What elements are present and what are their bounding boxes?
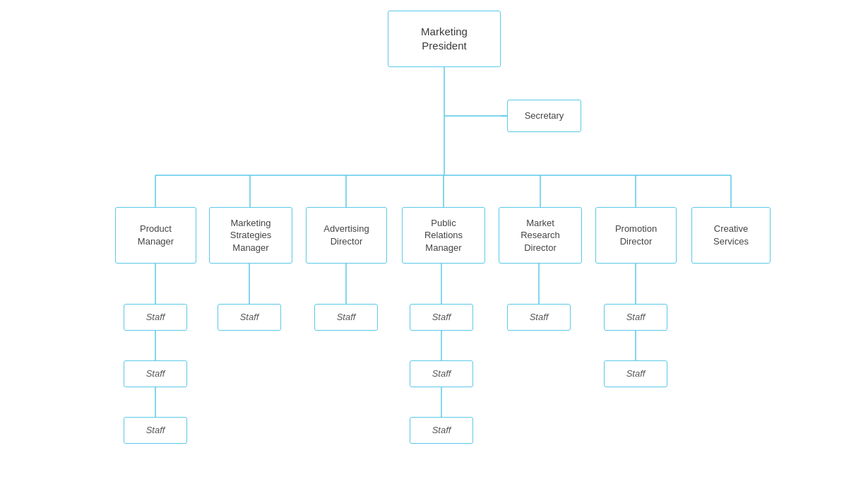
node-pr-staff1: Staff: [410, 304, 473, 331]
node-pd-staff2: Staff: [604, 360, 667, 387]
label-promotion-director: Promotion Director: [615, 223, 657, 247]
org-chart: Marketing President Secretary Product Ma…: [0, 0, 868, 489]
node-pm-staff2: Staff: [124, 360, 187, 387]
node-creative-services: Creative Services: [691, 207, 771, 264]
node-marketing-president: Marketing President: [388, 11, 501, 67]
label-pm-staff1: Staff: [146, 311, 165, 324]
label-pm-staff2: Staff: [146, 367, 165, 380]
node-product-manager: Product Manager: [115, 207, 196, 264]
node-pm-staff1: Staff: [124, 304, 187, 331]
label-pm-staff3: Staff: [146, 424, 165, 437]
node-pr-staff3: Staff: [410, 417, 473, 444]
node-marketing-strategies: Marketing Strategies Manager: [209, 207, 292, 264]
label-marketing-strategies: Marketing Strategies Manager: [230, 217, 272, 254]
label-pr-staff1: Staff: [432, 311, 451, 324]
label-ms-staff1: Staff: [240, 311, 259, 324]
label-pr-staff3: Staff: [432, 424, 451, 437]
node-pd-staff1: Staff: [604, 304, 667, 331]
label-mr-staff1: Staff: [530, 311, 549, 324]
label-creative-services: Creative Services: [713, 223, 749, 247]
node-public-relations: Public Relations Manager: [402, 207, 485, 264]
node-market-research: Market Research Director: [499, 207, 582, 264]
label-secretary: Secretary: [525, 110, 564, 122]
node-pr-staff2: Staff: [410, 360, 473, 387]
label-pd-staff1: Staff: [626, 311, 646, 324]
node-promotion-director: Promotion Director: [595, 207, 677, 264]
node-ms-staff1: Staff: [218, 304, 281, 331]
label-ad-staff1: Staff: [337, 311, 356, 324]
label-product-manager: Product Manager: [138, 223, 174, 247]
label-market-research: Market Research Director: [521, 217, 560, 254]
node-advertising-director: Advertising Director: [306, 207, 387, 264]
node-secretary: Secretary: [507, 100, 581, 132]
label-public-relations: Public Relations Manager: [424, 217, 463, 254]
node-mr-staff1: Staff: [507, 304, 571, 331]
label-marketing-president: Marketing President: [421, 25, 468, 54]
node-ad-staff1: Staff: [314, 304, 378, 331]
label-advertising-director: Advertising Director: [323, 223, 369, 247]
label-pd-staff2: Staff: [626, 367, 646, 380]
node-pm-staff3: Staff: [124, 417, 187, 444]
label-pr-staff2: Staff: [432, 367, 451, 380]
